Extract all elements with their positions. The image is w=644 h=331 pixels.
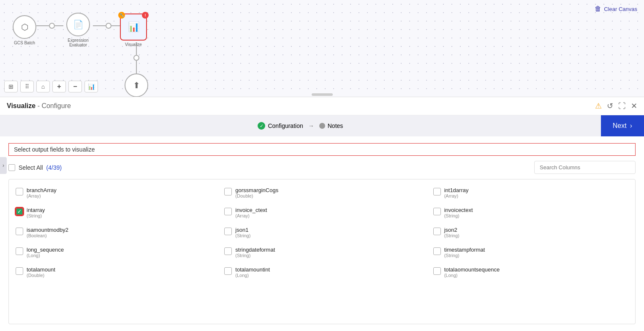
field-type-gorssmarginCogs: (Double) [235,193,278,198]
zoom-out-button[interactable]: − [68,81,82,92]
side-collapse-arrow[interactable]: › [0,157,7,174]
next-button[interactable]: Next › [601,115,644,136]
vertical-connector [136,42,137,55]
field-name-long_sequence: long_sequence [27,247,64,253]
field-name-branchArray: branchArray [27,187,57,193]
field-info-intarray: intarray(String) [27,207,45,218]
field-type-isamountmodby2: (Boolean) [27,233,68,238]
field-checkbox-json1[interactable] [224,228,232,235]
node-gcs-batch[interactable]: ⬡ GCS Batch [13,15,36,45]
field-item: intarray(String) [9,203,217,222]
header-actions: ⚠ ↺ ⛶ ✕ [595,101,637,111]
step-configuration[interactable]: ✓ Configuration [258,122,303,130]
field-info-invoicectext: invoicectext(String) [444,207,473,218]
clear-canvas-label: Clear Canvas [604,6,637,12]
clear-canvas-button[interactable]: 🗑 Clear Canvas [595,5,637,13]
configure-subtitle: - Configure [38,102,71,109]
field-item: stringdateformat(String) [217,242,426,262]
node-gathr-store-group: ⬆ Gathr Store [125,42,148,97]
next-label: Next [613,122,627,130]
close-button[interactable]: ✕ [631,101,637,111]
step-notes-dot [319,123,325,129]
expand-button[interactable]: ⛶ [618,102,626,111]
connector-1 [36,25,49,26]
field-checkbox-totalamountint[interactable] [224,267,232,275]
select-all-checkbox[interactable] [8,164,15,171]
field-name-invoice_ctext: invoice_ctext [235,207,267,213]
pipeline-canvas: ⬡ GCS Batch 📄 Expression Evaluator 📊 🔧 ! [0,0,644,97]
field-checkbox-isamountmodby2[interactable] [16,228,23,235]
field-item: int1darray(Array) [427,183,635,203]
node-expression-evaluator[interactable]: 📄 Expression Evaluator [63,13,93,47]
canvas-toolbar: ⊞ ⠿ ⌂ + − 📊 [4,81,98,92]
configure-title: Visualize - Configure [7,102,71,110]
field-item: timestampformat(String) [427,242,635,262]
node-visualize-circle: 📊 🔧 ! [120,14,147,41]
connector-dot-2 [106,23,111,29]
field-checkbox-stringdateformat[interactable] [224,247,232,255]
select-all-row: Select All (4/39) [8,161,636,174]
chart-button[interactable]: 📊 [84,81,98,92]
field-name-isamountmodby2: isamountmodby2 [27,227,68,233]
resize-handle[interactable] [312,93,333,96]
section-label: Select output fields to visualize [8,143,636,156]
field-checkbox-long_sequence[interactable] [16,247,23,255]
gathr-store-icon: ⬆ [133,80,140,90]
field-checkbox-intarray[interactable] [16,208,23,215]
gcs-batch-icon: ⬡ [21,22,28,32]
field-checkbox-json2[interactable] [433,228,441,235]
field-type-invoice_ctext: (Array) [235,213,267,218]
dot-grid-button[interactable]: ⠿ [20,81,34,92]
home-button[interactable]: ⌂ [36,81,50,92]
step-configuration-label: Configuration [268,122,303,129]
field-name-timestampformat: timestampformat [444,247,485,253]
field-checkbox-invoicectext[interactable] [433,208,441,215]
field-name-totalaomountsequence: totalaomountsequence [444,266,500,273]
field-checkbox-branchArray[interactable] [16,188,23,195]
field-checkbox-totalamount[interactable] [16,267,23,275]
node-expression-evaluator-label: Expression Evaluator [63,38,93,47]
field-name-invoicectext: invoicectext [444,207,473,213]
step-notes[interactable]: Notes [319,122,343,129]
node-gathr-store-circle: ⬆ [125,73,148,97]
node-visualize[interactable]: 📊 🔧 ! Visualize [120,14,147,47]
field-item: gorssmarginCogs(Double) [217,183,426,203]
fields-grid-wrapper: branchArray(Array)gorssmarginCogs(Double… [8,179,636,324]
field-type-intarray: (String) [27,213,45,218]
zoom-in-button[interactable]: + [52,81,66,92]
field-item: isamountmodby2(Boolean) [9,222,217,242]
node-gathr-store[interactable]: ⬆ Gathr Store [125,73,148,97]
field-item: invoice_ctext(Array) [217,203,426,222]
field-type-stringdateformat: (String) [235,253,275,258]
field-name-json1: json1 [235,227,250,233]
search-columns-input[interactable] [534,161,636,174]
field-type-totalamount: (Double) [27,273,55,278]
select-all-label: Select All [19,164,43,171]
field-info-invoice_ctext: invoice_ctext(Array) [235,207,267,218]
field-checkbox-int1darray[interactable] [433,188,441,195]
grid-view-button[interactable]: ⊞ [4,81,18,92]
field-checkbox-invoice_ctext[interactable] [224,208,232,215]
field-checkbox-totalaomountsequence[interactable] [433,267,441,275]
visualize-icon: 📊 [128,22,139,33]
field-type-json1: (String) [235,233,250,238]
connector-2 [55,25,63,26]
badge-orange: 🔧 [118,12,125,19]
configure-title-main: Visualize [7,102,35,109]
node-gcs-batch-circle: ⬡ [13,15,36,39]
field-checkbox-gorssmarginCogs[interactable] [224,188,232,195]
field-item: totalamountint(Long) [217,262,426,282]
field-info-json2: json2(String) [444,227,459,238]
field-type-json2: (String) [444,233,459,238]
refresh-button[interactable]: ↺ [607,101,613,111]
field-type-long_sequence: (Long) [27,253,64,258]
vertical-connector-2 [136,61,137,73]
warning-button[interactable]: ⚠ [595,101,602,111]
configure-header: Visualize - Configure ⚠ ↺ ⛶ ✕ [0,97,644,115]
field-item: long_sequence(Long) [9,242,217,262]
field-name-int1darray: int1darray [444,187,469,193]
content-area: Select output fields to visualize Select… [0,136,644,331]
field-checkbox-timestampformat[interactable] [433,247,441,255]
field-name-totalamountint: totalamountint [235,266,270,273]
fields-grid: branchArray(Array)gorssmarginCogs(Double… [9,179,635,285]
